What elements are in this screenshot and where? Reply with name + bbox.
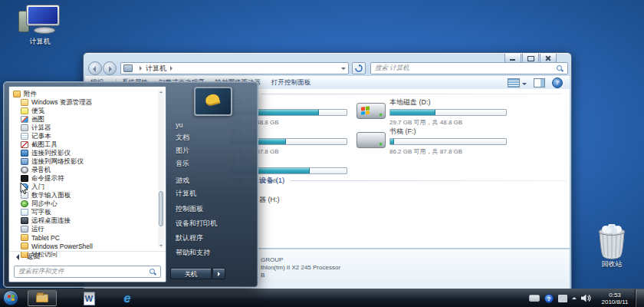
windows-drive-icon[interactable] [356,103,386,119]
start-menu-item-accessories[interactable]: 附件 [12,90,156,98]
group-header-line [291,180,567,181]
desktop-icon-computer[interactable]: 计算机 [12,5,67,47]
desktop-icon-computer-label: 计算机 [30,38,51,45]
navigation-bar: 计算机 搜索 计算机 [87,61,568,76]
chevron-down-icon [522,83,527,85]
start-menu-item-calculator[interactable]: 计算器 [12,124,156,132]
show-hidden-icons-icon[interactable] [572,297,577,299]
start-menu-item-connect-projector[interactable]: 连接到投影仪 [12,149,156,157]
drive-item-h[interactable]: 器 (H:) [259,196,280,203]
volume-icon[interactable] [581,294,591,302]
calculator-icon [21,124,28,131]
change-view-button[interactable] [508,78,527,87]
start-menu-programs-panel: 附件 Windows 资源管理器 便笺 画图 计算器 记事本 截图工具 连接到投… [8,86,166,282]
taskbar-ie-button[interactable]: e [120,291,135,305]
taskbar-clock[interactable]: 0:53 2010/8/11 [596,292,634,305]
start-menu-item-snipping-tool[interactable]: 截图工具 [12,140,156,149]
start-menu-item-windows-explorer[interactable]: Windows 资源管理器 [12,98,156,107]
explorer-icon [21,99,28,106]
views-icon [508,78,520,87]
show-desktop-button[interactable] [635,289,644,307]
start-menu-item-run[interactable]: 运行 [12,225,156,233]
start-menu-item-default-programs[interactable]: 默认程序 [176,233,203,243]
start-menu-user-name[interactable]: yu [176,120,183,130]
network-projector-icon [21,158,28,165]
start-menu-item-sync-center[interactable]: 同步中心 [12,200,156,208]
clock-date: 2010/8/11 [596,299,634,305]
drive-item-f[interactable]: 书稿 (F:) 86.2 GB 可用，共 87.8 GB [389,127,508,156]
breadcrumb-arrow-icon[interactable] [170,66,172,71]
help-tray-icon[interactable]: ? [544,294,554,303]
start-button[interactable] [3,290,18,305]
preview-pane-button[interactable] [534,78,545,87]
devices-group-header[interactable]: 设备 (1) [259,176,567,186]
start-search-placeholder: 搜索程序和文件 [18,267,64,276]
scroll-down-icon[interactable] [159,245,163,246]
computer-icon [123,64,133,72]
start-menu-search-box[interactable]: 搜索程序和文件 [14,266,161,278]
snipping-tool-icon [21,141,28,148]
start-menu-item-notepad[interactable]: 记事本 [12,132,156,140]
drive-item-d[interactable]: 本地磁盘 (D:) 29.7 GB 可用，共 48.8 GB [389,98,508,127]
breadcrumb-arrow-icon[interactable] [140,66,142,71]
shutdown-button[interactable]: 关机 [170,268,212,279]
paint-icon [21,116,28,123]
start-menu-item-games[interactable]: 游戏 [176,176,189,185]
programs-list: 附件 Windows 资源管理器 便笺 画图 计算器 记事本 截图工具 连接到投… [12,90,156,259]
start-menu-item-command-prompt[interactable]: 命令提示符 [12,174,156,183]
refresh-button[interactable] [352,62,366,74]
back-button[interactable] [88,61,102,75]
internet-explorer-icon: e [124,292,131,305]
address-bar[interactable]: 计算机 [120,62,349,74]
search-box[interactable]: 搜索 计算机 [370,62,568,74]
start-menu-item-sticky-notes[interactable]: 便笺 [12,107,156,115]
help-button[interactable]: ? [552,78,563,88]
system-tray: ? 0:53 2010/8/11 [529,289,634,307]
run-icon [21,226,28,233]
start-menu-item-powershell[interactable]: Windows PowerShell [12,242,156,250]
start-menu-item-remote-desktop[interactable]: 远程桌面连接 [12,216,156,225]
open-control-panel-button[interactable]: 打开控制面板 [266,77,316,89]
start-menu-item-math-input-panel[interactable]: 数学输入面板 [12,191,156,200]
wordpad-icon [21,209,28,216]
recycle-bin-icon [595,224,629,259]
notepad-icon [21,133,28,140]
shutdown-options-button[interactable] [212,268,225,279]
start-menu-item-documents[interactable]: 文档 [176,133,189,142]
start-menu-item-paint[interactable]: 画图 [12,115,156,124]
mouse-cursor [20,183,29,196]
start-menu-item-connect-network-projector[interactable]: 连接到网络投影仪 [12,157,156,166]
scrollbar-thumb[interactable] [159,191,163,226]
programs-scrollbar[interactable] [158,90,164,248]
start-menu-item-wordpad[interactable]: 写字板 [12,208,156,216]
sticky-note-icon [21,107,28,114]
forward-button[interactable] [103,61,117,75]
folder-icon [21,234,28,241]
search-icon [557,65,564,72]
start-menu-item-devices-printers[interactable]: 设备和打印机 [176,219,217,228]
taskbar-explorer-button[interactable] [28,290,57,306]
start-menu-item-pictures[interactable]: 图片 [176,146,189,155]
taskbar-word-button[interactable]: W [81,291,97,305]
start-menu-item-computer[interactable]: 计算机 [176,189,196,198]
keyboard-language-icon[interactable] [529,295,540,302]
address-dropdown-icon[interactable] [341,68,346,70]
projector-icon [21,150,28,157]
start-menu-item-help-support[interactable]: 帮助和支持 [176,248,210,257]
clock-time: 0:53 [596,292,634,299]
network-icon[interactable] [558,295,567,302]
breadcrumb[interactable]: 计算机 [146,64,166,74]
desktop-icon-recycle-bin[interactable]: 回收站 [584,224,639,269]
user-avatar[interactable] [194,87,232,116]
scroll-up-icon[interactable] [159,91,163,93]
desktop-icon-recycle-bin-label: 回收站 [602,260,623,268]
back-menu-item[interactable]: 返回 [9,251,166,262]
start-menu-item-control-panel[interactable]: 控制面板 [176,204,203,213]
start-menu-item-getting-started[interactable]: 入门 [12,183,156,191]
drive-icon[interactable] [356,132,386,148]
capacity-bar [389,109,507,116]
start-menu-item-music[interactable]: 音乐 [176,159,189,168]
start-menu-item-tablet-pc[interactable]: Tablet PC [12,233,156,242]
start-menu-item-sound-recorder[interactable]: 录音机 [12,166,156,174]
computer-icon [18,5,61,37]
